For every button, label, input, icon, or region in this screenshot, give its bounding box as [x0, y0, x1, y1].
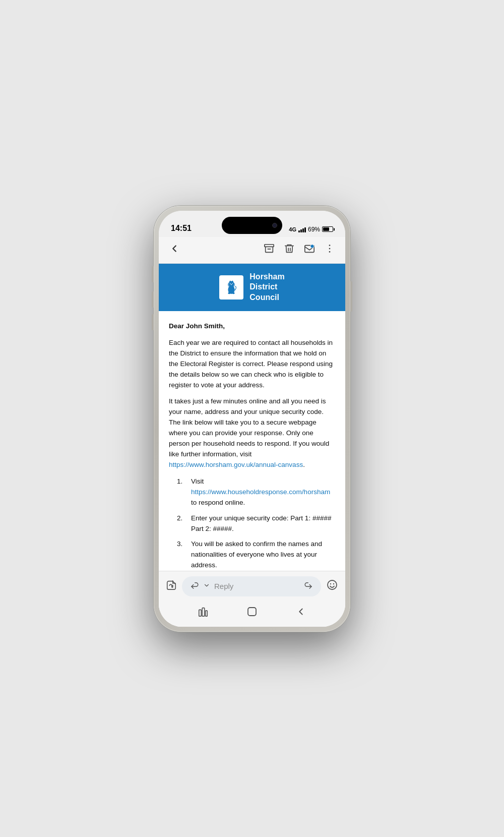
signal-bar-2 — [300, 229, 302, 232]
svg-point-15 — [232, 283, 233, 284]
svg-point-14 — [230, 283, 231, 284]
signal-bar-4 — [304, 227, 306, 232]
svg-rect-0 — [265, 245, 274, 247]
household-response-link[interactable]: https://www.householdresponse.com/horsha… — [191, 488, 330, 496]
mark-unread-button[interactable] — [304, 243, 315, 257]
back-nav-button[interactable] — [295, 606, 306, 620]
canvass-link[interactable]: https://www.horsham.gov.uk/annual-canvas… — [169, 461, 303, 468]
phone-screen: 14:51 4G 69% — [159, 211, 345, 627]
battery-fill — [323, 227, 329, 231]
nav-bar — [159, 237, 345, 264]
svg-point-21 — [333, 583, 334, 584]
battery-icon — [322, 226, 333, 232]
paragraph-2: It takes just a few minutes online and a… — [169, 396, 335, 470]
org-name: Horsham District Council — [249, 272, 284, 303]
attachment-button[interactable] — [166, 579, 177, 593]
recent-apps-button[interactable] — [198, 606, 209, 620]
reply-bar: Reply — [159, 571, 345, 602]
nav-right — [264, 243, 335, 257]
app-content: Horsham District Council Dear John Smith… — [159, 237, 345, 627]
bottom-nav — [159, 602, 345, 627]
reply-arrow-icon — [190, 581, 199, 592]
archive-button[interactable] — [264, 243, 275, 257]
svg-point-6 — [329, 248, 331, 250]
email-content: Horsham District Council Dear John Smith… — [159, 264, 345, 627]
camera-dot — [272, 223, 277, 228]
forward-arrow-icon — [304, 581, 313, 592]
numbered-list: 1. Visit https://www.householdresponse.c… — [169, 476, 335, 571]
canvass-link-suffix: . — [303, 461, 305, 468]
network-type: 4G — [289, 226, 296, 232]
svg-point-17 — [228, 292, 231, 294]
greeting: Dear John Smith, — [169, 321, 335, 332]
reply-placeholder-text: Reply — [214, 582, 300, 590]
item-3-text: You will be asked to confirm the names a… — [191, 539, 335, 570]
item-number-2: 2. — [177, 513, 187, 534]
svg-rect-23 — [202, 608, 205, 616]
back-button[interactable] — [169, 243, 180, 257]
item-number-3: 3. — [177, 539, 187, 570]
reply-input[interactable]: Reply — [182, 576, 321, 596]
svg-point-18 — [232, 292, 235, 294]
svg-point-19 — [328, 580, 337, 589]
item-1-text: Visit https://www.householdresponse.com/… — [191, 476, 335, 508]
email-banner: Horsham District Council — [159, 264, 345, 311]
more-options-button[interactable] — [324, 243, 335, 257]
signal-bar-1 — [298, 230, 300, 232]
delete-button[interactable] — [284, 243, 295, 257]
svg-rect-25 — [248, 608, 256, 616]
signal-bar-3 — [302, 228, 304, 232]
phone-device: 14:51 4G 69% — [154, 206, 350, 632]
status-time: 14:51 — [171, 224, 192, 233]
org-logo — [219, 275, 243, 300]
emoji-button[interactable] — [326, 579, 338, 594]
svg-point-5 — [329, 245, 331, 246]
list-item: 2. Enter your unique security code: Part… — [177, 513, 335, 534]
item-number-1: 1. — [177, 476, 187, 508]
svg-point-4 — [310, 245, 314, 248]
item-2-text: Enter your unique security code: Part 1:… — [191, 513, 335, 534]
svg-point-16 — [231, 284, 232, 285]
svg-point-20 — [330, 583, 331, 584]
reply-dropdown-icon[interactable] — [203, 582, 210, 590]
svg-rect-22 — [199, 610, 202, 616]
list-item: 3. You will be asked to confirm the name… — [177, 539, 335, 570]
status-icons: 4G 69% — [289, 226, 333, 233]
battery-percent: 69% — [308, 226, 320, 233]
paragraph-1: Each year we are required to contact all… — [169, 338, 335, 391]
dynamic-island — [222, 217, 282, 234]
signal-bars — [298, 226, 306, 232]
paragraph-2-text: It takes just a few minutes online and a… — [169, 397, 329, 458]
home-button[interactable] — [246, 606, 258, 621]
svg-rect-24 — [206, 611, 208, 616]
email-body: Dear John Smith, Each year we are requir… — [159, 311, 345, 571]
svg-point-7 — [329, 251, 331, 253]
nav-left — [169, 243, 180, 257]
list-item: 1. Visit https://www.householdresponse.c… — [177, 476, 335, 508]
